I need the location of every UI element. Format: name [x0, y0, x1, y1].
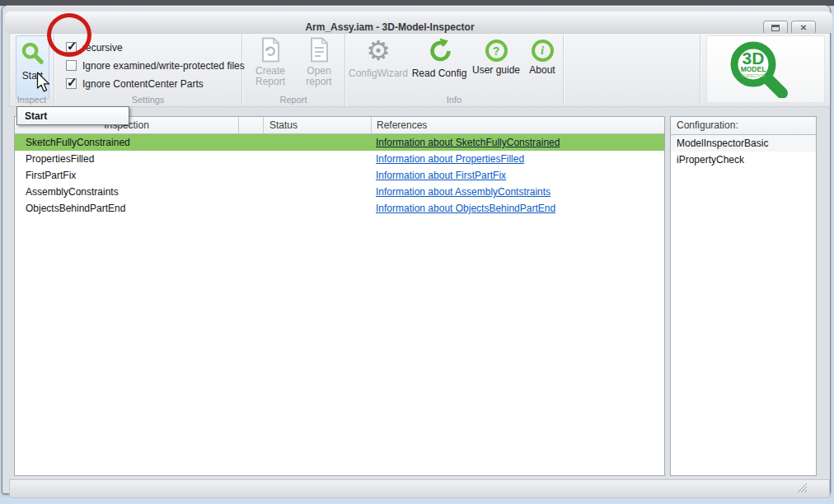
- checkbox-box: ✓: [66, 60, 77, 71]
- gear-icon: ⚙: [366, 37, 391, 65]
- table-row[interactable]: SketchFullyConstrained Information about…: [15, 134, 664, 151]
- checkbox-ignore-examined[interactable]: ✓ Ignore examined/write-protected files: [66, 59, 245, 72]
- column-header-status[interactable]: Status: [263, 117, 371, 133]
- close-icon: ✕: [800, 23, 807, 32]
- configuration-header: Configuration:: [671, 117, 816, 135]
- checkbox-label: Ignore examined/write-protected files: [82, 60, 245, 72]
- row-reference-cell: Information about PropertiesFilled: [371, 153, 664, 165]
- reference-link[interactable]: Information about AssemblyContstraints: [376, 186, 551, 198]
- reference-link[interactable]: Information about SketchFullyConstrained: [376, 137, 560, 148]
- title-bar[interactable]: Arm_Assy.iam - 3D-Model-Inspector ✕: [5, 12, 832, 33]
- screen: Arm_Assy.iam - 3D-Model-Inspector ✕ S: [0, 0, 834, 504]
- row-name: PropertiesFilled: [15, 153, 238, 165]
- ribbon-group-inspect: Start Inspect: [10, 34, 54, 106]
- help-icon: ?: [485, 40, 508, 62]
- logo-magnifier-icon: 3D MODEL INSPECTOR: [723, 40, 808, 98]
- group-label-settings: Settings: [54, 95, 241, 105]
- ribbon-group-info: ⚙ ConfigWizard Read Config ? User guide …: [345, 34, 564, 106]
- results-grid: Inspection Status References SketchFully…: [14, 116, 665, 476]
- checkbox-ignore-contentcenter[interactable]: ✓ Ignore ContentCenter Parts: [66, 77, 204, 90]
- magnifier-icon: [21, 42, 44, 64]
- info-icon: i: [532, 40, 554, 62]
- table-row[interactable]: PropertiesFilled Information about Prope…: [15, 151, 664, 167]
- app-window: Arm_Assy.iam - 3D-Model-Inspector ✕ S: [2, 5, 831, 494]
- user-guide-label: User guide: [472, 65, 520, 76]
- ribbon-logo-area: 3D MODEL INSPECTOR: [700, 34, 829, 106]
- open-report-label: Open report: [293, 66, 344, 87]
- read-config-label: Read Config: [412, 68, 467, 79]
- checkbox-box: ✓: [66, 78, 77, 89]
- group-label-report: Report: [242, 95, 344, 105]
- list-item-configuration[interactable]: iPropertyCheck: [671, 152, 816, 168]
- question-glyph: ?: [493, 44, 500, 58]
- column-header-spacer[interactable]: [238, 117, 263, 133]
- group-label-inspect: Inspect: [10, 95, 54, 105]
- about-label: About: [529, 65, 555, 76]
- row-reference-cell: Information about ObjectsBehindPartEnd: [371, 203, 664, 214]
- tooltip-text: Start: [25, 110, 47, 122]
- reference-link[interactable]: Information about PropertiesFilled: [376, 153, 524, 165]
- row-reference-cell: Information about SketchFullyConstrained: [371, 137, 664, 148]
- row-name: AssemblyConstraints: [15, 186, 238, 198]
- row-reference-cell: Information about AssemblyContstraints: [371, 186, 664, 198]
- restore-icon: [771, 25, 780, 31]
- row-name: ObjectsBehindPartEnd: [15, 203, 238, 214]
- reference-link[interactable]: Information about ObjectsBehindPartEnd: [376, 203, 555, 214]
- column-header-references[interactable]: References: [371, 117, 664, 133]
- row-name: FirstPartFix: [15, 170, 238, 181]
- ribbon-spacer: [564, 34, 700, 106]
- annotation-circle: [47, 13, 91, 57]
- row-name: SketchFullyConstrained: [15, 137, 238, 148]
- logo-text-inspector: INSPECTOR: [741, 73, 765, 78]
- configwizard-button[interactable]: ⚙ ConfigWizard: [349, 37, 408, 79]
- row-reference-cell: Information about FirstPartFix: [371, 170, 664, 181]
- mouse-cursor: [36, 72, 52, 94]
- configwizard-label: ConfigWizard: [349, 68, 408, 79]
- table-row[interactable]: AssemblyConstraints Information about As…: [15, 184, 664, 200]
- refresh-icon: [427, 37, 452, 65]
- app-logo: 3D MODEL INSPECTOR: [707, 36, 824, 102]
- open-report-icon: [309, 37, 330, 63]
- list-item-configuration[interactable]: ModelInspectorBasic: [671, 135, 816, 152]
- configuration-panel: Configuration: ModelInspectorBasic iProp…: [670, 116, 817, 476]
- ribbon-group-report: Create Report Open report Report: [242, 34, 345, 106]
- create-report-label: Create Report: [249, 66, 292, 87]
- table-row[interactable]: FirstPartFix Information about FirstPart…: [15, 167, 664, 184]
- resize-grip[interactable]: [797, 483, 808, 493]
- tooltip-start: Start: [16, 106, 129, 125]
- user-guide-button[interactable]: ? User guide: [471, 37, 522, 76]
- logo-text-model: MODEL: [741, 65, 766, 73]
- open-report-button[interactable]: Open report: [293, 37, 344, 87]
- about-button[interactable]: i About: [523, 37, 561, 76]
- create-report-icon: [260, 37, 281, 63]
- window-title: Arm_Assy.iam - 3D-Model-Inspector: [5, 21, 775, 33]
- table-row[interactable]: ObjectsBehindPartEnd Information about O…: [15, 200, 664, 217]
- create-report-button[interactable]: Create Report: [249, 37, 292, 87]
- status-bar: [9, 479, 830, 498]
- checkbox-label: Ignore ContentCenter Parts: [82, 78, 204, 90]
- check-icon: ✓: [67, 75, 77, 90]
- info-glyph: i: [541, 44, 544, 58]
- group-label-info: Info: [345, 95, 563, 105]
- ribbon: Start Inspect ✓ recursive ✓ Ignore exami…: [9, 33, 830, 107]
- reference-link[interactable]: Information about FirstPartFix: [376, 170, 506, 181]
- read-config-button[interactable]: Read Config: [410, 37, 468, 79]
